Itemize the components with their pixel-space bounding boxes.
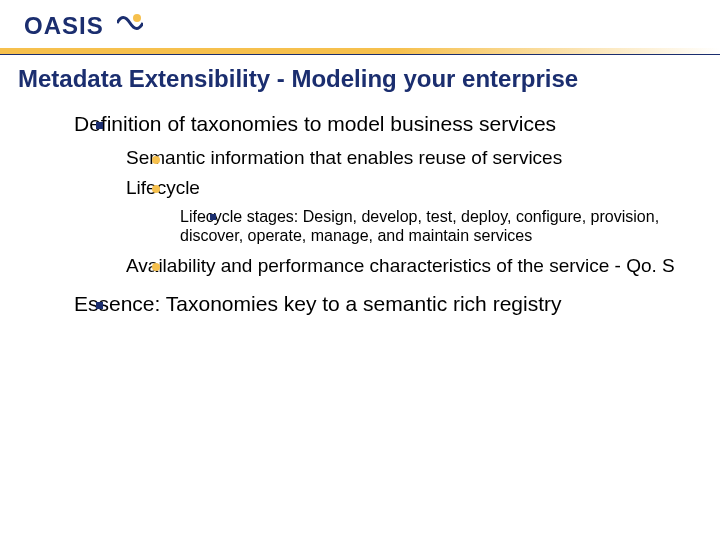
- slide-title: Metadata Extensibility - Modeling your e…: [18, 66, 702, 93]
- slide-content: Definition of taxonomies to model busine…: [28, 111, 692, 317]
- bullet-text: Essence: Taxonomies key to a semantic ri…: [74, 292, 561, 315]
- bullet-text: Availability and performance characteris…: [126, 255, 675, 276]
- svg-point-0: [133, 14, 141, 22]
- header-bar: OASIS: [0, 0, 720, 56]
- bullet-level1: Essence: Taxonomies key to a semantic ri…: [74, 291, 692, 317]
- bullet-level3: Lifecycle stages: Design, develop, test,…: [180, 207, 692, 246]
- bullet-text: Lifecycle stages: Design, develop, test,…: [180, 208, 659, 245]
- bullet-level2: Availability and performance characteris…: [126, 254, 692, 277]
- bullet-text: Semantic information that enables reuse …: [126, 147, 562, 168]
- header-rule: [0, 48, 720, 55]
- bullet-text: Lifecycle: [126, 177, 200, 198]
- logo: OASIS: [24, 12, 143, 42]
- logo-text: OASIS: [24, 12, 104, 39]
- bullet-text: Definition of taxonomies to model busine…: [74, 112, 556, 135]
- bullet-level1: Definition of taxonomies to model busine…: [74, 111, 692, 277]
- bullet-level2: Lifecycle Lifecycle stages: Design, deve…: [126, 176, 692, 246]
- logo-mark-icon: [117, 12, 143, 40]
- bullet-level2: Semantic information that enables reuse …: [126, 146, 692, 169]
